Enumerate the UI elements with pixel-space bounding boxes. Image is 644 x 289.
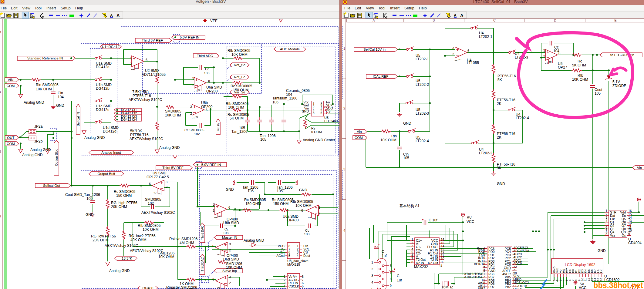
svg-text:Analog GND Center: Analog GND Center: [303, 138, 335, 142]
svg-text:4: 4: [297, 254, 298, 257]
svg-text:OUT: OUT: [7, 136, 14, 139]
svg-text:LT202-2: LT202-2: [416, 82, 429, 87]
svg-text:DG412d: DG412d: [103, 129, 116, 133]
svg-text:A: A: [110, 13, 113, 18]
svg-text:GND: GND: [56, 103, 64, 108]
svg-text:5K: 5K: [497, 78, 502, 82]
svg-text:Analog GND: Analog GND: [22, 153, 43, 157]
svg-text:103: 103: [304, 232, 309, 236]
svg-text:3K: 3K: [497, 166, 501, 170]
svg-text:10K OHM: 10K OHM: [158, 255, 174, 259]
svg-text:1: 1: [371, 260, 373, 264]
svg-text:LT1055: LT1055: [467, 61, 479, 65]
svg-text:U: U: [440, 264, 442, 268]
svg-text:Cc: Cc: [205, 67, 209, 71]
svg-text:Rin SMD0805: Rin SMD0805: [36, 83, 59, 87]
svg-text:4M OHM: 4M OHM: [180, 241, 194, 245]
svg-text:Analog GND: Analog GND: [244, 238, 264, 243]
svg-text:3: 3: [371, 274, 373, 277]
svg-text:DG412b: DG412b: [96, 86, 110, 91]
svg-text:104: 104: [286, 92, 292, 97]
svg-text:A: A: [104, 13, 106, 16]
svg-text:Analog GND: Analog GND: [24, 100, 44, 105]
svg-text:10K OHM: 10K OHM: [295, 203, 312, 208]
svg-text:LT202-4: LT202-4: [516, 116, 529, 120]
svg-text:Tool: Tool: [378, 6, 385, 10]
svg-text:VIN: VIN: [8, 78, 13, 82]
svg-text:Tan_1206: Tan_1206: [231, 129, 248, 134]
svg-text:Third DAC: Third DAC: [201, 257, 204, 271]
svg-text:OP200: OP200: [206, 89, 218, 93]
svg-text:Cin: Cin: [58, 91, 63, 95]
svg-text:6: 6: [212, 277, 214, 281]
svg-text:3: 3: [192, 76, 194, 80]
svg-text:Analog GND: Analog GND: [84, 136, 105, 140]
svg-text:103: 103: [204, 71, 209, 75]
svg-text:3: 3: [166, 180, 167, 184]
svg-text:6: 6: [558, 51, 560, 55]
svg-text:5.0V REF IN: 5.0V REF IN: [201, 163, 221, 166]
svg-text:5.0V REF IN: 5.0V REF IN: [180, 35, 200, 39]
svg-text:A: A: [116, 13, 120, 18]
svg-text:1: 1: [131, 69, 134, 70]
svg-text:Ceramic_0805: Ceramic_0805: [286, 89, 310, 93]
svg-text:Rc SMD0805: Rc SMD0805: [114, 190, 136, 194]
svg-text:LTC2400_SelfCal_01 - Bsch3V: LTC2400_SelfCal_01 - Bsch3V: [473, 0, 528, 4]
svg-text:2: 2: [543, 54, 545, 58]
svg-text:6: 6: [228, 206, 230, 209]
svg-text:102: 102: [194, 132, 200, 136]
svg-text:VCC: VCC: [467, 220, 474, 224]
svg-text:U6b SMD: U6b SMD: [223, 221, 239, 225]
svg-text:U2 SMD: U2 SMD: [145, 69, 159, 73]
svg-text:Help: Help: [75, 6, 83, 10]
svg-text:7: 7: [390, 271, 392, 274]
svg-text:Dout: Dout: [303, 254, 310, 257]
svg-text:A: A: [460, 13, 464, 18]
svg-text:AEXT/Vishay S102C: AEXT/Vishay S102C: [130, 137, 163, 141]
svg-text:1uf: 1uf: [382, 254, 387, 258]
svg-text:1uf: 1uf: [397, 278, 402, 282]
svg-text:1: 1: [214, 217, 217, 218]
svg-text:Option Slot: Option Slot: [55, 150, 58, 166]
svg-text:6: 6: [212, 244, 214, 248]
svg-text:102: 102: [148, 201, 154, 206]
svg-text:8: 8: [390, 277, 392, 281]
svg-text:2: 2: [229, 281, 231, 285]
svg-text:LT202-2: LT202-2: [479, 151, 492, 155]
svg-text:VEE: VEE: [210, 19, 217, 23]
svg-text:Edit: Edit: [11, 6, 18, 10]
svg-text:6: 6: [467, 49, 469, 52]
svg-text:Rc: Rc: [578, 59, 582, 63]
svg-text:1: 1: [194, 90, 197, 92]
svg-text:LT202-3: LT202-3: [416, 111, 429, 116]
svg-text:Cc: Cc: [305, 229, 309, 232]
svg-text:4: 4: [343, 229, 345, 232]
svg-text:VCC: VCC: [579, 286, 587, 289]
svg-text:Third 5V REF: Third 5V REF: [162, 166, 184, 170]
svg-text:3: 3: [319, 206, 320, 209]
svg-text:U1=DG412: U1=DG412: [102, 45, 120, 49]
svg-text:8: 8: [308, 217, 311, 218]
svg-text:PTF56-T16: PTF56-T16: [130, 133, 149, 137]
svg-text:OP177 G=2.5: OP177 G=2.5: [147, 175, 169, 179]
svg-text:Third DAC: Third DAC: [201, 226, 204, 240]
svg-text:LK: LK: [599, 269, 603, 273]
svg-text:Rfb SMD0805: Rfb SMD0805: [138, 223, 161, 228]
svg-text:Rfb SMD0805: Rfb SMD0805: [290, 200, 313, 204]
svg-text:RG_high PTF56: RG_high PTF56: [111, 201, 137, 205]
svg-text:9: 9: [628, 232, 630, 236]
svg-text:4: 4: [0, 90, 1, 94]
svg-text:OP27: OP27: [558, 65, 567, 69]
svg-text:Tool: Tool: [35, 6, 42, 10]
svg-text:6: 6: [146, 58, 147, 62]
svg-text:LT202-1: LT202-1: [479, 35, 492, 39]
svg-text:GND: GND: [497, 182, 505, 186]
svg-text:Selfcal IN: Selfcal IN: [76, 112, 80, 126]
svg-text:8: 8: [605, 232, 607, 236]
svg-text:View: View: [366, 6, 374, 10]
svg-text:Vin: Vin: [637, 166, 642, 170]
svg-text:RG_low PTF56: RG_low PTF56: [91, 234, 116, 238]
svg-text:LT202-1: LT202-1: [416, 57, 429, 61]
svg-text:2K: 2K: [497, 102, 501, 106]
svg-text:OP400: OP400: [287, 218, 299, 222]
